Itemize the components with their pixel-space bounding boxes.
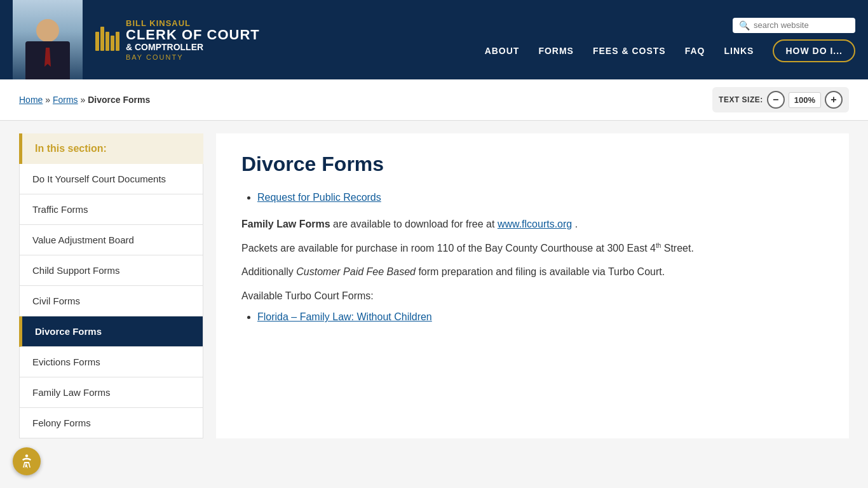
logo-columns-icon [95,27,119,51]
nav-links[interactable]: LINKS [724,46,754,56]
main-nav: ABOUT FORMS FEES & COSTS FAQ LINKS HOW D… [485,39,855,62]
list-item-florida-family: Florida – Family Law: Without Children [257,311,824,323]
person-tie [44,48,51,67]
search-input[interactable] [754,20,849,30]
nav-howdoi[interactable]: HOW DO I... [773,39,855,62]
family-law-forms-bold: Family Law Forms [241,219,330,229]
sidebar-item-traffic[interactable]: Traffic Forms [19,194,203,225]
clerk-photo [13,0,83,79]
para3-suffix: form preparation and filing is available… [416,266,665,277]
nav-about[interactable]: ABOUT [485,46,520,56]
logo-subtitle: & COMPTROLLER [126,42,260,52]
col4 [111,36,114,51]
sidebar-link-familylaw[interactable]: Family Law Forms [32,387,190,398]
sidebar-section-title: In this section: [19,133,203,164]
sidebar-link-diy[interactable]: Do It Yourself Court Documents [32,173,190,184]
person-head [36,19,59,42]
col3 [105,32,109,51]
logo-title: CLERK OF COURT [126,28,260,42]
sidebar-link-evictions[interactable]: Evictions Forms [32,356,190,367]
sidebar-item-familylaw[interactable]: Family Law Forms [19,377,203,408]
content-para-2: Packets are available for purchase in ro… [241,240,824,257]
main-layout: In this section: Do It Yourself Court Do… [0,121,868,451]
link-flcourts[interactable]: www.flcourts.org [498,219,572,229]
site-logo[interactable]: BILL KINSAUL CLERK OF COURT & COMPTROLLE… [83,12,273,67]
sidebar-item-felony[interactable]: Felony Forms [19,408,203,438]
sidebar-link-vab[interactable]: Value Adjustment Board [32,234,190,245]
breadcrumb-bar: Home » Forms » Divorce Forms TEXT SIZE: … [0,79,868,121]
sidebar-item-diy[interactable]: Do It Yourself Court Documents [19,164,203,194]
content-list-2: Florida – Family Law: Without Children [257,311,824,323]
para2-text: Packets are available for purchase in ro… [241,243,656,254]
list-item-public-records: Request for Public Records [257,192,824,203]
sidebar-item-divorce[interactable]: Divorce Forms [19,316,203,347]
sidebar-item-evictions[interactable]: Evictions Forms [19,347,203,377]
turbo-court-forms-label: Available Turbo Court Forms: [241,290,374,301]
logo-county: BAY COUNTY [126,53,260,61]
content-para-1: Family Law Forms are available to downlo… [241,216,824,233]
person-body [25,41,70,79]
search-bar[interactable]: 🔍 [733,18,855,33]
sidebar: In this section: Do It Yourself Court Do… [19,133,203,438]
site-header: BILL KINSAUL CLERK OF COURT & COMPTROLLE… [0,0,868,79]
nav-forms[interactable]: FORMS [538,46,574,56]
breadcrumb-forms[interactable]: Forms [53,95,78,105]
content-list-1: Request for Public Records [257,192,824,203]
para2-suffix: Street. [661,243,694,254]
breadcrumb-sep1: » [45,95,53,105]
main-content: Divorce Forms Request for Public Records… [216,133,849,438]
logo-text: BILL KINSAUL CLERK OF COURT & COMPTROLLE… [126,18,260,61]
breadcrumb-home[interactable]: Home [19,95,43,105]
col2 [100,27,104,51]
para3-italic: Customer Paid Fee Based [296,266,416,277]
search-icon: 🔍 [739,20,750,30]
sidebar-item-vab[interactable]: Value Adjustment Board [19,225,203,255]
col1 [95,32,99,51]
link-public-records[interactable]: Request for Public Records [257,192,381,203]
sidebar-item-civil[interactable]: Civil Forms [19,286,203,316]
nav-faq[interactable]: FAQ [685,46,705,56]
text-size-increase[interactable]: + [825,91,843,109]
sidebar-link-childsupport[interactable]: Child Support Forms [32,265,190,276]
text-size-label: TEXT SIZE: [719,95,763,104]
breadcrumb: Home » Forms » Divorce Forms [19,95,150,105]
para1-text: are available to download for free at [333,219,498,229]
content-para-3: Additionally Customer Paid Fee Based for… [241,264,824,280]
para1-period: . [575,219,578,229]
sidebar-link-divorce[interactable]: Divorce Forms [35,326,190,337]
text-size-controls: TEXT SIZE: − 100% + [712,87,849,112]
sidebar-link-traffic[interactable]: Traffic Forms [32,204,190,215]
col5 [116,32,119,51]
breadcrumb-sep2: » [81,95,88,105]
breadcrumb-current: Divorce Forms [88,95,150,105]
text-size-percent: 100% [789,92,821,108]
para3-prefix: Additionally [241,266,296,277]
logo-icon: BILL KINSAUL CLERK OF COURT & COMPTROLLE… [95,18,260,61]
page-title: Divorce Forms [241,152,824,176]
sidebar-link-felony[interactable]: Felony Forms [32,417,190,428]
text-size-decrease[interactable]: − [767,91,785,109]
header-right: 🔍 ABOUT FORMS FEES & COSTS FAQ LINKS HOW… [485,18,855,62]
content-para-3b: Available Turbo Court Forms: [241,288,824,304]
sidebar-link-civil[interactable]: Civil Forms [32,295,190,306]
link-florida-family[interactable]: Florida – Family Law: Without Children [257,311,432,322]
nav-fees[interactable]: FEES & COSTS [593,46,666,56]
sidebar-item-childsupport[interactable]: Child Support Forms [19,255,203,286]
header-left: BILL KINSAUL CLERK OF COURT & COMPTROLLE… [13,0,273,79]
